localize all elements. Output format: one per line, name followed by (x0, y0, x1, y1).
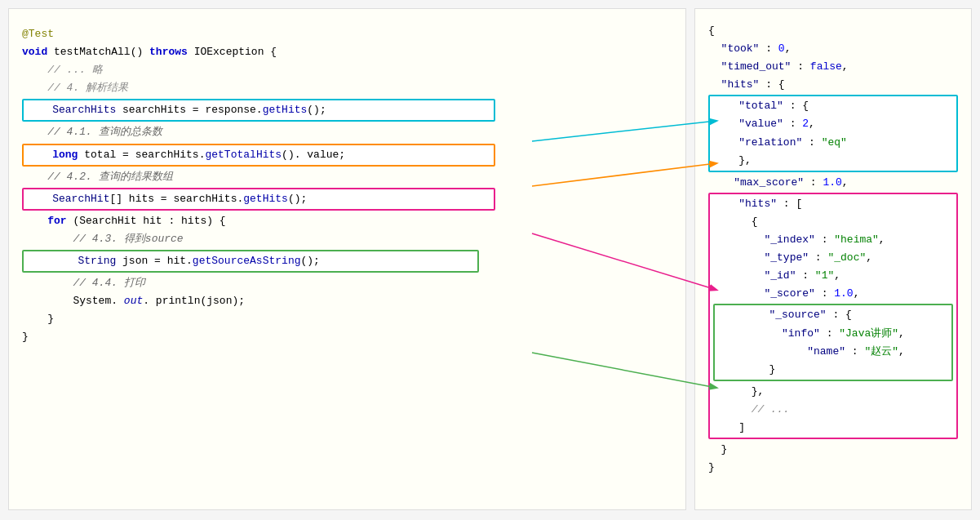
json-value: "value" : 2, (713, 115, 953, 133)
json-hits-outer: "hits" : { (708, 76, 958, 94)
json-took: "took" : 0, (708, 40, 958, 58)
json-type: "_type" : "_doc", (713, 249, 953, 267)
json-total-close: }, (713, 152, 953, 170)
json-info: "info" : "Java讲师", (718, 325, 948, 343)
left-code-panel: @Test void testMatchAll() throws IOExcep… (8, 8, 686, 510)
json-timed-out: "timed_out" : false, (708, 58, 958, 76)
right-json-panel: { "took" : 0, "timed_out" : false, "hits… (694, 8, 972, 510)
json-id: "_id" : "1", (713, 267, 953, 285)
code-line-comment2: // 4. 解析结果 (22, 79, 672, 97)
code-line-comment1: // ... 略 (22, 61, 672, 79)
code-line-gethits: SearchHits searchHits = response.getHits… (27, 101, 490, 119)
json-open-brace: { (708, 22, 958, 40)
code-line-method-sig: void testMatchAll() throws IOException { (22, 43, 672, 61)
code-line-comment5: // 4.3. 得到source (22, 230, 672, 248)
json-relation: "relation" : "eq" (713, 134, 953, 152)
json-hits-array-open: "hits" : [ (713, 195, 953, 213)
json-ellipsis: // ... (713, 401, 953, 419)
code-line-comment3: // 4.1. 查询的总条数 (22, 123, 672, 141)
code-line-comment4: // 4.2. 查询的结果数组 (22, 168, 672, 186)
json-source-close: } (718, 361, 948, 379)
json-hits-array-close: ] (713, 419, 953, 437)
json-max-score: "max_score" : 1.0, (708, 174, 958, 192)
code-line-totalhits: long total = searchHits.getTotalHits(). … (27, 146, 490, 164)
code-line-for: for (SearchHit hit : hits) { (22, 212, 672, 230)
json-close-brace: } (708, 459, 958, 477)
json-index: "_index" : "heima", (713, 231, 953, 249)
json-item-open: { (713, 213, 953, 231)
code-line-searchhit-array: SearchHit[] hits = searchHits.getHits(); (27, 190, 490, 208)
code-line-getSourceAsString: String json = hit.getSourceAsString(); (27, 252, 474, 270)
json-score: "_score" : 1.0, (713, 285, 953, 303)
json-total-open: "total" : { (713, 97, 953, 115)
code-line-comment6: // 4.4. 打印 (22, 274, 672, 292)
code-line-close-method: } (22, 328, 672, 346)
code-line-close-for: } (22, 310, 672, 328)
code-line-println: System. out. println(json); (22, 292, 672, 310)
json-item-close: }, (713, 383, 953, 401)
json-hits-outer-close: } (708, 441, 958, 459)
json-source-open: "_source" : { (718, 306, 948, 324)
code-line-annotation: @Test (22, 25, 672, 43)
json-name: "name" : "赵云", (718, 343, 948, 361)
